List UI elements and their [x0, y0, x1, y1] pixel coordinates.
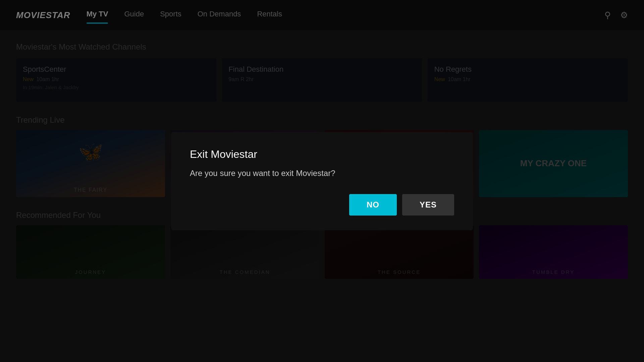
no-button[interactable]: NO — [349, 194, 397, 216]
dialog-title: Exit Moviestar — [190, 148, 454, 161]
modal-overlay: Exit Moviestar Are you sure you want to … — [0, 0, 644, 362]
exit-dialog: Exit Moviestar Are you sure you want to … — [171, 132, 473, 230]
dialog-buttons: NO YES — [190, 194, 454, 216]
dialog-message: Are you sure you want to exit Moviestar? — [190, 169, 454, 178]
yes-button[interactable]: YES — [402, 194, 454, 216]
